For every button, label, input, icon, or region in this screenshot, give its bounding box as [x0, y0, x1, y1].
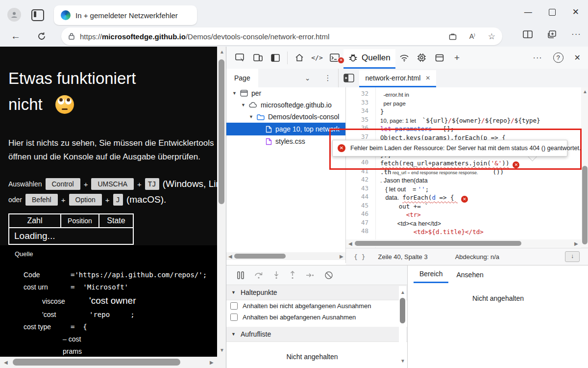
profile-avatar[interactable] [7, 8, 21, 22]
breakpoints-section-header[interactable]: ▼ Haltepunkte [226, 285, 407, 300]
debugger-vscrollbar[interactable]: ▲ ▼ [399, 286, 406, 368]
settings-more-icon[interactable]: ··· [571, 29, 581, 39]
storage-icon[interactable] [431, 54, 448, 62]
briefcase-icon[interactable] [449, 33, 457, 40]
editor-gutter[interactable]: 3233343536373839404142434445464748 [346, 90, 375, 236]
checkbox-uncaught-exceptions[interactable]: Anhalten bei nicht abgefangenen Ausnahme… [226, 300, 407, 312]
code-line: . Jason then(data [380, 176, 581, 184]
console-tab-icon[interactable]: ✕ [326, 53, 343, 62]
tab-quellen[interactable]: Quellen [343, 49, 395, 69]
checkbox-caught-exceptions[interactable]: Anhalten bei abgefangenen Ausnahmen [226, 312, 407, 323]
debugger-vscroll-thumb[interactable] [400, 298, 405, 323]
line-number[interactable]: 43 [346, 184, 375, 193]
tree-item-folder[interactable]: ▼ Demos/devtools-consol [226, 111, 345, 123]
tree-item-frame[interactable]: ▼ per [226, 87, 345, 99]
navigator-hscrollbar[interactable]: ◀ ▶ [226, 252, 345, 260]
url-bar[interactable]: https://microsoftedge.github.io/Demos/de… [61, 27, 502, 45]
error-tooltip: ✕ Fehler beim Laden der Ressource: Der S… [332, 140, 567, 157]
callstack-section-header[interactable]: ▼ Aufrufliste [226, 327, 407, 342]
page-horizontal-scrollbar[interactable]: ◀ ▶ [0, 357, 226, 368]
line-number[interactable]: 48 [346, 227, 375, 236]
step-into-icon[interactable] [273, 271, 279, 279]
editor-hscrollbar[interactable]: ◀ ▶ [346, 239, 581, 247]
debugger-pane: ▼ Haltepunkte Anhalten bei nicht abgefan… [226, 265, 407, 368]
line-number[interactable]: 42 [346, 176, 375, 184]
close-devtools-icon[interactable]: ✕ [574, 53, 581, 62]
page-vertical-scrollbar[interactable]: ▲ ▼ [217, 47, 226, 357]
chevron-down-icon[interactable]: ⌄ [305, 74, 311, 82]
more-tabs-plus-icon[interactable]: + [448, 53, 466, 63]
scope-empty-text: Nicht angehalten [408, 294, 588, 302]
pause-icon[interactable] [237, 271, 244, 279]
line-number[interactable]: 45 [346, 202, 375, 210]
favorites-star-icon[interactable]: ☆ [488, 31, 495, 42]
editor-hscroll-thumb[interactable] [355, 241, 521, 246]
key-umschalt: UMSCHA [91, 178, 134, 190]
network-wifi-icon[interactable] [395, 54, 413, 62]
tab-actions-icon[interactable] [31, 9, 44, 21]
scroll-left-arrow[interactable]: ◀ [4, 360, 8, 365]
elements-tab-icon[interactable]: </> [308, 54, 326, 61]
line-number[interactable]: 41 [346, 167, 375, 176]
tree-item-selected-file[interactable]: page 10, top network [226, 123, 345, 135]
caught-exceptions-checkbox[interactable] [230, 314, 238, 321]
collapse-sidebar-icon[interactable] [343, 74, 354, 82]
inspect-element-icon[interactable] [231, 53, 249, 62]
close-file-tab-icon[interactable]: ✕ [425, 75, 430, 81]
code-line: <td>${d.title}</td> [380, 227, 581, 236]
help-icon[interactable]: ? [553, 53, 564, 63]
line-number[interactable]: 40 [346, 158, 375, 167]
step-out-icon[interactable] [290, 271, 295, 279]
browser-tab[interactable]: In + gemeldeter Netzwerkfehler [54, 5, 197, 25]
tree-item-origin[interactable]: ▼ microsoftedge.github.io [226, 99, 345, 111]
page-hscroll-thumb[interactable] [13, 359, 180, 366]
maximize-button[interactable] [549, 9, 556, 16]
line-number[interactable]: 36 [346, 124, 375, 133]
editor-vscroll-thumb[interactable] [582, 166, 588, 244]
editor-vscrollbar[interactable]: ▲ [581, 87, 588, 248]
page-vscroll-thumb[interactable] [219, 59, 224, 204]
performance-cpu-icon[interactable] [413, 53, 431, 62]
download-button[interactable]: ↓ [565, 251, 580, 262]
uncaught-exceptions-checkbox[interactable] [230, 302, 238, 310]
minimize-button[interactable]: — [524, 8, 532, 17]
welcome-home-icon[interactable] [291, 53, 308, 62]
line-number[interactable]: 34 [346, 107, 375, 116]
file-tab-network-error[interactable]: network-error.html ✕ [359, 70, 436, 87]
source-line: viscose'cost owner [24, 295, 207, 306]
devtools-panel: </> ✕ Quellen + ··· ? ✕ [226, 47, 588, 368]
split-screen-icon[interactable] [523, 30, 533, 38]
line-number[interactable]: 46 [346, 210, 375, 219]
page-source-block: Quelle Code='https://api.github.com/repo… [0, 245, 217, 357]
scope-tabs: Bereich Ansehen [408, 265, 588, 284]
collections-icon[interactable] [547, 30, 557, 39]
tree-item-styles-css[interactable]: styles.css [226, 135, 345, 147]
back-button[interactable]: ← [11, 30, 21, 42]
line-number[interactable]: 33 [346, 99, 375, 107]
read-aloud-icon[interactable]: A) [469, 32, 475, 40]
scroll-down-arrow[interactable]: ▼ [220, 348, 224, 353]
scroll-right-arrow[interactable]: ▶ [210, 360, 214, 365]
source-code-lines: Code='https://api.github.com/repos/';cos… [24, 271, 207, 357]
step-icon[interactable] [306, 272, 314, 278]
line-number[interactable]: 47 [346, 219, 375, 228]
scroll-up-arrow[interactable]: ▲ [220, 50, 224, 54]
step-over-icon[interactable] [254, 271, 263, 279]
device-emulation-icon[interactable] [249, 53, 267, 62]
source-line: cost type= { [24, 323, 207, 331]
close-window-button[interactable]: ✕ [572, 7, 579, 17]
line-number[interactable]: 35 [346, 116, 375, 125]
navigator-page-tab[interactable]: Page [226, 69, 258, 87]
tab-ansehen[interactable]: Ansehen [450, 267, 489, 283]
devtools-more-icon[interactable]: ··· [533, 53, 542, 62]
tab-bereich[interactable]: Bereich [414, 266, 448, 283]
code-editor[interactable]: 3233343536373839404142434445464748 -erro… [346, 87, 588, 248]
navigator-hscroll-thumb[interactable] [234, 254, 286, 259]
pretty-print-icon[interactable]: { } [354, 253, 365, 261]
refresh-button[interactable] [37, 32, 46, 41]
line-number[interactable]: 44 [346, 193, 375, 202]
deactivate-breakpoints-icon[interactable] [324, 271, 333, 280]
activity-bar-icon[interactable] [267, 54, 284, 62]
line-number[interactable]: 32 [346, 90, 375, 99]
navigator-kebab-icon[interactable]: ⋮ [324, 74, 331, 82]
